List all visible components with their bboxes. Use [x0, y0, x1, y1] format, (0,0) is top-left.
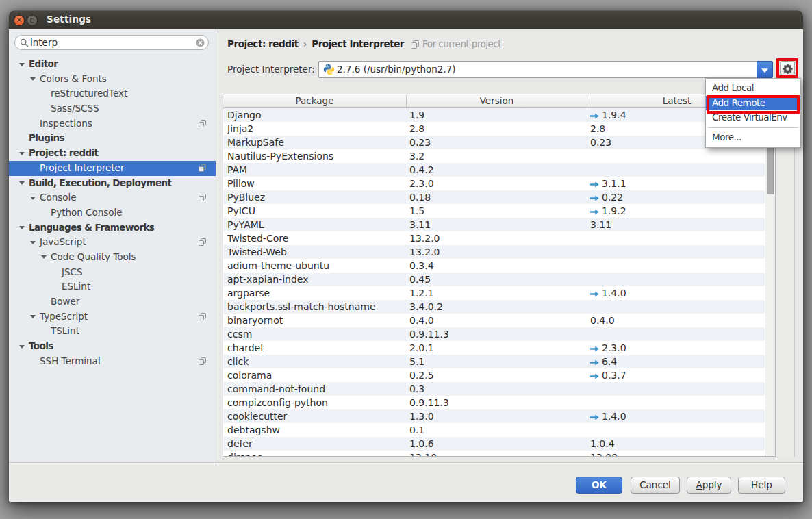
package-row-nautilus-pyextensions[interactable]: Nautilus-PyExtensions3.2 [223, 149, 766, 163]
menu-separator [709, 127, 798, 128]
sidebar-item-tslint[interactable]: TSLint [9, 324, 216, 339]
package-name: binaryornot [227, 314, 283, 327]
package-row-ccsm[interactable]: ccsm0.9.11.3 [223, 327, 766, 341]
sidebar-item-restructuredtext[interactable]: reStructuredText [9, 86, 216, 101]
expand-arrow-icon[interactable] [19, 226, 25, 229]
interpreter-combobox[interactable]: 2.7.6 (/usr/bin/python2.7) [318, 61, 773, 78]
settings-tree: EditorColors & FontsreStructuredTextSass… [9, 57, 216, 368]
package-row-apt-xapian-index[interactable]: apt-xapian-index0.45 [223, 273, 766, 286]
package-row-pyyaml[interactable]: PyYAML3.113.11 [223, 218, 766, 231]
titlebar[interactable]: ✕ Settings [9, 10, 803, 29]
package-row-pybluez[interactable]: PyBluez0.180.22 [223, 190, 766, 204]
sidebar-item-console[interactable]: Console [9, 190, 216, 205]
expand-arrow-icon[interactable] [30, 77, 36, 81]
settings-window: ✕ Settings interp EditorColors & Fontsre… [9, 10, 803, 502]
expand-arrow-icon[interactable] [19, 181, 25, 185]
package-name: PAM [227, 163, 247, 177]
expand-arrow-icon[interactable] [19, 152, 25, 155]
sidebar-item-project-interpreter[interactable]: Project Interpreter [9, 161, 216, 176]
menu-item-add-local[interactable]: Add Local [706, 81, 800, 96]
package-latest: 0.23 [590, 136, 611, 149]
package-name: Twisted-Web [227, 245, 287, 259]
package-version: 0.45 [409, 273, 431, 286]
sidebar-item-bower[interactable]: Bower [9, 294, 216, 309]
expand-arrow-icon[interactable] [19, 63, 25, 66]
package-row-argparse[interactable]: argparse1.2.11.4.0 [223, 286, 766, 300]
package-row-twisted-core[interactable]: Twisted-Core13.2.0 [223, 231, 766, 245]
breadcrumb-project: Project: reddit [227, 38, 299, 49]
expand-arrow-icon[interactable] [30, 241, 36, 244]
table-scrollbar[interactable] [765, 108, 775, 457]
menu-item-more[interactable]: More... [706, 130, 800, 145]
package-row-command-not-found[interactable]: command-not-found0.3 [223, 382, 766, 396]
package-row-adium-theme-ubuntu[interactable]: adium-theme-ubuntu0.3.4 [223, 259, 766, 273]
sidebar-item-build-execution-deployment[interactable]: Build, Execution, Deployment [9, 176, 216, 191]
expand-arrow-icon[interactable] [19, 345, 25, 349]
expand-arrow-icon[interactable] [30, 315, 36, 318]
package-row-twisted-web[interactable]: Twisted-Web13.2.0 [223, 245, 766, 259]
sidebar-item-plugins[interactable]: Plugins [9, 131, 216, 146]
package-name: dirspec [227, 451, 262, 457]
sidebar-item-ssh-terminal[interactable]: SSH Terminal [9, 354, 216, 369]
package-row-pam[interactable]: PAM0.4.2 [223, 163, 766, 177]
sidebar-item-tools[interactable]: Tools [9, 339, 216, 354]
package-row-dirspec[interactable]: dirspec13.1013.08 [223, 451, 766, 457]
sidebar-item-eslint[interactable]: ESLint [9, 279, 216, 294]
sidebar-item-javascript[interactable]: JavaScript [9, 235, 216, 250]
column-header-package[interactable]: Package [223, 94, 406, 107]
package-row-cookiecutter[interactable]: cookiecutter1.3.01.4.0 [223, 409, 766, 423]
sidebar-item-languages-frameworks[interactable]: Languages & Frameworks [9, 220, 216, 236]
package-version: 1.3.0 [409, 409, 434, 423]
package-row-debtagshw[interactable]: debtagshw0.1 [223, 423, 766, 437]
package-row-binaryornot[interactable]: binaryornot0.4.00.4.0 [223, 314, 766, 327]
package-row-markupsafe[interactable]: MarkupSafe0.230.23 [223, 136, 766, 149]
package-row-defer[interactable]: defer1.0.61.0.4 [223, 437, 766, 451]
package-row-chardet[interactable]: chardet2.0.12.3.0 [223, 341, 766, 355]
package-row-compizconfig-python[interactable]: compizconfig-python0.9.11.3 [223, 396, 766, 409]
interpreter-dropdown-button[interactable] [757, 61, 773, 78]
apply-button[interactable]: Apply [687, 477, 731, 494]
help-button[interactable]: Help [738, 477, 785, 494]
sidebar-item-colors-fonts[interactable]: Colors & Fonts [9, 72, 216, 87]
search-value: interp [30, 36, 58, 50]
breadcrumb-page: Project Interpreter [312, 38, 404, 49]
package-row-jinja2[interactable]: Jinja22.82.8 [223, 122, 766, 136]
breadcrumb: Project: reddit›Project InterpreterFor c… [227, 38, 501, 49]
search-input[interactable]: interp [14, 35, 209, 50]
sidebar-item-jscs[interactable]: JSCS [9, 265, 216, 280]
expand-arrow-icon[interactable] [30, 197, 36, 200]
close-icon[interactable]: ✕ [14, 15, 25, 26]
column-header-version[interactable]: Version [407, 94, 587, 107]
maximize-icon[interactable] [27, 15, 38, 26]
package-version: 13.2.0 [409, 245, 440, 259]
package-row-django[interactable]: Django1.91.9.4 [223, 108, 766, 122]
package-version: 0.9.11.3 [409, 396, 449, 409]
sidebar-item-sass-scss[interactable]: Sass/SCSS [9, 101, 216, 116]
per-project-icon [199, 164, 206, 172]
package-name: Django [227, 108, 262, 122]
table-header: Package Version Latest [223, 94, 775, 108]
sidebar-item-code-quality-tools[interactable]: Code Quality Tools [9, 250, 216, 265]
package-row-pyicu[interactable]: PyICU1.51.9.2 [223, 204, 766, 218]
package-row-backports-ssl-match-hostname[interactable]: backports.ssl-match-hostname3.4.0.2 [223, 300, 766, 314]
ok-button[interactable]: OK [576, 477, 622, 494]
sidebar-item-typescript[interactable]: TypeScript [9, 309, 216, 325]
sidebar-item-project-reddit[interactable]: Project: reddit [9, 146, 216, 161]
package-name: compizconfig-python [227, 396, 328, 409]
sidebar-item-inspections[interactable]: Inspections [9, 116, 216, 131]
expand-arrow-icon[interactable] [41, 255, 47, 259]
per-project-icon [199, 313, 206, 320]
upgrade-arrow-icon [590, 181, 599, 188]
cancel-button[interactable]: Cancel [631, 477, 680, 494]
annotation-gear-highlight [776, 58, 798, 78]
package-name: Nautilus-PyExtensions [227, 149, 333, 163]
package-row-pillow[interactable]: Pillow2.3.03.1.1 [223, 177, 766, 190]
per-project-icon [199, 120, 206, 127]
package-row-click[interactable]: click5.16.4 [223, 355, 766, 368]
sidebar-item-editor[interactable]: Editor [9, 57, 216, 72]
per-project-icon [199, 357, 206, 365]
sidebar-item-python-console[interactable]: Python Console [9, 205, 216, 220]
upgrade-arrow-icon [590, 291, 599, 298]
package-row-colorama[interactable]: colorama0.2.50.3.7 [223, 368, 766, 382]
clear-search-icon[interactable] [196, 38, 205, 47]
